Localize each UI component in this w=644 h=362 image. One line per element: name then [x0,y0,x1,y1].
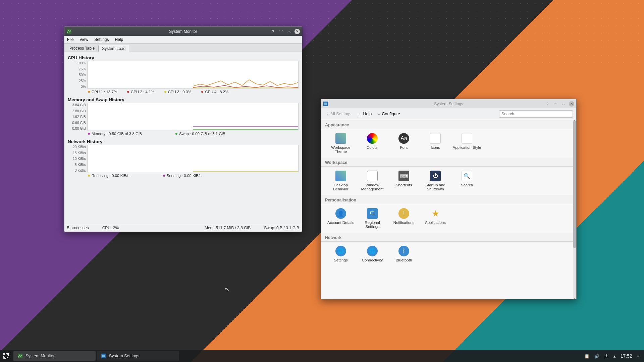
item-colour[interactable]: Colour [357,132,388,155]
help-button[interactable]: ⬚Help [358,112,372,117]
colour-icon [367,133,378,144]
network-history-graph [87,145,299,172]
startup-shutdown-icon: ⏻ [430,171,441,181]
taskbar-item-system-settings[interactable]: System Settings [97,351,179,361]
item-startup-shutdown[interactable]: ⏻Startup and Shutdown [420,169,451,192]
cpu-history-title: CPU History [68,55,299,60]
svg-marker-7 [6,353,9,356]
status-cpu: CPU: 2% [102,226,119,230]
tab-system-load[interactable]: System Load [98,45,129,52]
window-title: System Monitor [64,29,302,34]
volume-tray-icon[interactable]: 🔊 [594,354,600,359]
menu-bar: File View Settings Help [64,36,302,44]
system-monitor-task-icon [17,353,23,359]
network-y-axis: 20 KiB/s15 KiB/s10 KiB/s5 KiB/s0 KiB/s [68,145,87,172]
menu-settings[interactable]: Settings [94,37,109,42]
application-style-icon [462,133,472,144]
help-button-icon[interactable]: ? [270,29,276,34]
svg-rect-6 [3,353,5,355]
tray-expand-icon[interactable]: ▴ [613,354,616,359]
status-bar: 5 processes CPU: 2% Mem: 511.7 MiB / 3.8… [64,224,302,232]
maximize-button-icon[interactable]: ︿ [286,29,292,34]
item-connectivity[interactable]: 🌐Connectivity [357,244,388,263]
plasma-logo-icon [3,353,9,359]
workspace-theme-icon [335,133,346,144]
chevron-down-icon: ⌄ [573,296,576,299]
system-tray: 📋 🔊 🖧 ▴ 17:52 ≡ [584,353,644,359]
svg-rect-12 [102,355,105,357]
item-window-management[interactable]: Window Management [357,169,388,192]
help-button-icon[interactable]: ? [545,101,550,107]
cpu-y-axis: 100%75%50%25%0% [68,61,87,88]
applications-icon: ★ [430,208,441,219]
item-icons[interactable]: Icons [420,132,451,155]
svg-rect-5 [324,103,327,105]
icons-icon [430,133,441,144]
menu-file[interactable]: File [67,37,73,42]
system-monitor-window: System Monitor ? ﹀ ︿ ✕ File View Setting… [64,26,302,232]
scrollbar-thumb[interactable] [573,121,576,248]
item-workspace-theme[interactable]: Workspace Theme [325,132,357,155]
desktop-behavior-icon [335,171,346,181]
menu-help[interactable]: Help [115,37,123,42]
item-applications[interactable]: ★Applications [420,207,451,230]
item-account-details[interactable]: 👤Account Details [325,207,357,230]
clipboard-tray-icon[interactable]: 📋 [584,354,590,359]
system-settings-task-icon [101,353,106,359]
taskbar-panel: System Monitor System Settings 📋 🔊 🖧 ▴ 1… [0,350,644,362]
status-memory: Mem: 511.7 MiB / 3.8 GiB [205,226,251,230]
regional-icon: 🗨 [367,208,378,219]
memory-history-graph [87,103,299,130]
svg-rect-9 [7,357,8,358]
item-bluetooth[interactable]: ᛒBluetooth [388,244,420,263]
chevron-left-icon: 〈 [324,111,329,117]
globe-icon: 🌐 [367,246,378,256]
section-header: Personalisation [321,195,573,204]
item-network-settings[interactable]: 🌐Settings [325,244,357,263]
search-icon: 🔍 [462,171,472,181]
bluetooth-icon: ᛒ [398,246,409,256]
window-management-icon [367,171,378,181]
search-input[interactable] [499,110,573,118]
tab-process-table[interactable]: Process Table [66,45,98,52]
memory-history-title: Memory and Swap History [68,97,299,102]
item-search[interactable]: 🔍Search [451,169,483,192]
application-launcher-button[interactable] [0,350,12,362]
cpu-history-graph [87,61,299,88]
section-personalisation: Personalisation 👤Account Details 🗨Region… [321,195,573,233]
account-icon: 👤 [335,208,346,219]
cpu-history-section: CPU History 100%75%50%25%0% CPU 1 : 13.7… [68,55,299,94]
maximize-button-icon[interactable]: ︿ [561,101,566,107]
item-desktop-behavior[interactable]: Desktop Behavior [325,169,357,192]
status-swap: Swap: 0 B / 3.1 GiB [264,226,299,230]
minimize-button-icon[interactable]: ﹀ [553,101,558,107]
memory-y-axis: 3.84 GiB2.88 GiB1.92 GiB0.96 GiB0.00 GiB [68,103,87,130]
status-processes: 5 processes [67,226,89,230]
minimize-button-icon[interactable]: ﹀ [278,29,284,34]
item-application-style[interactable]: Application Style [451,132,483,155]
menu-view[interactable]: View [79,37,88,42]
section-appearance: Appearance Workspace Theme Colour AaFont… [321,120,573,158]
system-settings-titlebar[interactable]: System Settings ? ﹀ ︿ ✕ [321,99,576,108]
network-tray-icon[interactable]: 🖧 [604,354,609,358]
item-font[interactable]: AaFont [388,132,420,155]
help-icon: ⬚ [358,112,362,117]
network-history-title: Network History [68,139,299,144]
close-button-icon[interactable]: ✕ [569,101,574,107]
all-settings-back-button[interactable]: 〈All Settings [324,111,352,117]
configure-button[interactable]: ≡Configure [378,112,400,116]
cpu-legend: CPU 1 : 13.7% CPU 2 : 4.1% CPU 3 : 0.0% … [88,90,299,94]
item-notifications[interactable]: !Notifications [388,207,420,230]
taskbar-item-system-monitor[interactable]: System Monitor [13,351,96,361]
item-shortcuts[interactable]: ⌨Shortcuts [388,169,420,192]
system-monitor-titlebar[interactable]: System Monitor ? ﹀ ︿ ✕ [64,27,302,36]
close-button-icon[interactable]: ✕ [294,29,300,34]
item-regional-settings[interactable]: 🗨Regional Settings [357,207,388,230]
hamburger-icon: ≡ [378,112,380,116]
settings-scrollbar[interactable]: ⌃ ⌄ [573,120,576,299]
keyboard-icon: ⌨ [398,171,409,181]
section-header: Network [321,233,573,242]
panel-clock[interactable]: 17:52 [621,353,632,359]
show-desktop-icon[interactable]: ≡ [637,354,639,358]
section-network: Network 🌐Settings 🌐Connectivity ᛒBluetoo… [321,233,573,266]
